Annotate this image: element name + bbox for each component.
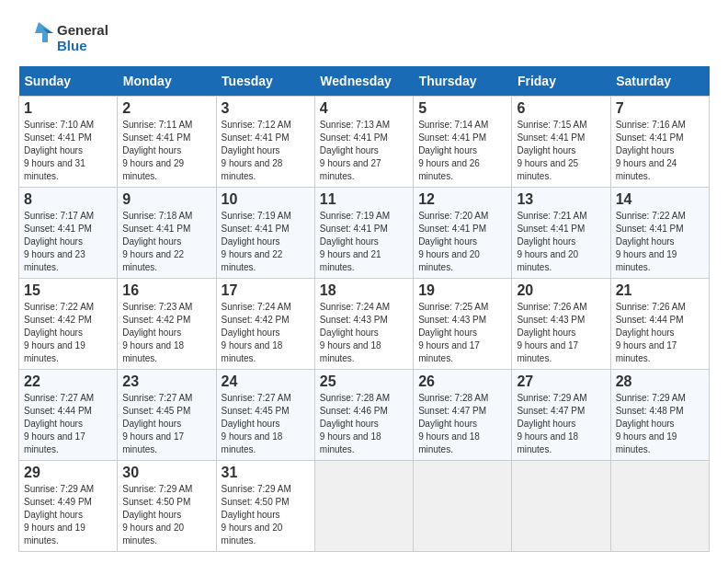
logo-container: General Blue: [18, 18, 108, 57]
day-info: Sunrise: 7:19 AM Sunset: 4:41 PM Dayligh…: [222, 210, 310, 274]
day-info: Sunrise: 7:11 AM Sunset: 4:41 PM Dayligh…: [122, 119, 210, 183]
day-info: Sunrise: 7:20 AM Sunset: 4:41 PM Dayligh…: [418, 210, 506, 274]
calendar-cell: 20 Sunrise: 7:26 AM Sunset: 4:43 PM Dayl…: [512, 279, 610, 370]
calendar-cell: 14 Sunrise: 7:22 AM Sunset: 4:41 PM Dayl…: [610, 188, 709, 279]
day-info: Sunrise: 7:28 AM Sunset: 4:46 PM Dayligh…: [320, 392, 408, 456]
day-info: Sunrise: 7:26 AM Sunset: 4:44 PM Dayligh…: [616, 301, 704, 365]
calendar-cell: 10 Sunrise: 7:19 AM Sunset: 4:41 PM Dayl…: [216, 188, 314, 279]
header-row: SundayMondayTuesdayWednesdayThursdayFrid…: [19, 66, 710, 97]
header-day: Saturday: [610, 66, 709, 97]
day-info: Sunrise: 7:23 AM Sunset: 4:42 PM Dayligh…: [122, 301, 210, 365]
day-info: Sunrise: 7:26 AM Sunset: 4:43 PM Dayligh…: [517, 301, 605, 365]
day-number: 27: [517, 373, 605, 390]
day-number: 17: [222, 282, 310, 299]
calendar-cell: [610, 461, 709, 552]
day-number: 8: [24, 191, 112, 208]
calendar-cell: [512, 461, 610, 552]
calendar-cell: 18 Sunrise: 7:24 AM Sunset: 4:43 PM Dayl…: [314, 279, 413, 370]
day-info: Sunrise: 7:18 AM Sunset: 4:41 PM Dayligh…: [122, 210, 210, 274]
header-day: Thursday: [414, 66, 512, 97]
calendar-cell: 28 Sunrise: 7:29 AM Sunset: 4:48 PM Dayl…: [610, 370, 709, 461]
calendar-cell: 31 Sunrise: 7:29 AM Sunset: 4:50 PM Dayl…: [216, 461, 314, 552]
logo-text-blue: Blue: [57, 38, 108, 53]
day-info: Sunrise: 7:29 AM Sunset: 4:50 PM Dayligh…: [122, 483, 210, 547]
day-number: 31: [222, 465, 310, 481]
calendar-cell: 12 Sunrise: 7:20 AM Sunset: 4:41 PM Dayl…: [414, 188, 512, 279]
day-number: 10: [222, 191, 310, 208]
day-number: 24: [222, 373, 310, 390]
day-number: 25: [320, 373, 408, 390]
header-day: Tuesday: [216, 66, 314, 97]
day-number: 28: [616, 373, 704, 390]
day-number: 29: [24, 465, 112, 481]
calendar-cell: 11 Sunrise: 7:19 AM Sunset: 4:41 PM Dayl…: [314, 188, 413, 279]
day-number: 4: [320, 100, 408, 117]
day-number: 21: [616, 282, 704, 299]
calendar-cell: 17 Sunrise: 7:24 AM Sunset: 4:42 PM Dayl…: [216, 279, 314, 370]
day-info: Sunrise: 7:24 AM Sunset: 4:42 PM Dayligh…: [222, 301, 310, 365]
day-info: Sunrise: 7:15 AM Sunset: 4:41 PM Dayligh…: [517, 119, 605, 183]
day-number: 18: [320, 282, 408, 299]
day-number: 1: [24, 100, 112, 117]
calendar-cell: 25 Sunrise: 7:28 AM Sunset: 4:46 PM Dayl…: [314, 370, 413, 461]
day-number: 9: [122, 191, 210, 208]
calendar-cell: 19 Sunrise: 7:25 AM Sunset: 4:43 PM Dayl…: [414, 279, 512, 370]
logo-text-general: General: [57, 22, 108, 38]
day-info: Sunrise: 7:12 AM Sunset: 4:41 PM Dayligh…: [222, 119, 310, 183]
page-header: General Blue: [18, 18, 710, 57]
calendar-cell: 5 Sunrise: 7:14 AM Sunset: 4:41 PM Dayli…: [414, 97, 512, 188]
logo-bird-icon: [18, 18, 55, 57]
calendar-cell: 16 Sunrise: 7:23 AM Sunset: 4:42 PM Dayl…: [118, 279, 216, 370]
calendar-cell: 22 Sunrise: 7:27 AM Sunset: 4:44 PM Dayl…: [19, 370, 118, 461]
day-number: 19: [418, 282, 506, 299]
day-info: Sunrise: 7:28 AM Sunset: 4:47 PM Dayligh…: [418, 392, 506, 456]
calendar-cell: 15 Sunrise: 7:22 AM Sunset: 4:42 PM Dayl…: [19, 279, 118, 370]
calendar-cell: 4 Sunrise: 7:13 AM Sunset: 4:41 PM Dayli…: [314, 97, 413, 188]
logo: General Blue: [18, 18, 108, 57]
day-number: 15: [24, 282, 112, 299]
calendar-cell: 3 Sunrise: 7:12 AM Sunset: 4:41 PM Dayli…: [216, 97, 314, 188]
calendar-cell: 29 Sunrise: 7:29 AM Sunset: 4:49 PM Dayl…: [19, 461, 118, 552]
calendar-cell: 1 Sunrise: 7:10 AM Sunset: 4:41 PM Dayli…: [19, 97, 118, 188]
day-info: Sunrise: 7:24 AM Sunset: 4:43 PM Dayligh…: [320, 301, 408, 365]
calendar-cell: 2 Sunrise: 7:11 AM Sunset: 4:41 PM Dayli…: [118, 97, 216, 188]
day-info: Sunrise: 7:27 AM Sunset: 4:45 PM Dayligh…: [222, 392, 310, 456]
day-info: Sunrise: 7:13 AM Sunset: 4:41 PM Dayligh…: [320, 119, 408, 183]
day-number: 5: [418, 100, 506, 117]
day-info: Sunrise: 7:27 AM Sunset: 4:45 PM Dayligh…: [122, 392, 210, 456]
day-info: Sunrise: 7:29 AM Sunset: 4:47 PM Dayligh…: [517, 392, 605, 456]
day-number: 26: [418, 373, 506, 390]
day-info: Sunrise: 7:10 AM Sunset: 4:41 PM Dayligh…: [24, 119, 112, 183]
calendar-cell: 9 Sunrise: 7:18 AM Sunset: 4:41 PM Dayli…: [118, 188, 216, 279]
day-number: 16: [122, 282, 210, 299]
calendar-week: 1 Sunrise: 7:10 AM Sunset: 4:41 PM Dayli…: [19, 97, 710, 188]
calendar-cell: 27 Sunrise: 7:29 AM Sunset: 4:47 PM Dayl…: [512, 370, 610, 461]
calendar-cell: 8 Sunrise: 7:17 AM Sunset: 4:41 PM Dayli…: [19, 188, 118, 279]
calendar-cell: 13 Sunrise: 7:21 AM Sunset: 4:41 PM Dayl…: [512, 188, 610, 279]
calendar-cell: 24 Sunrise: 7:27 AM Sunset: 4:45 PM Dayl…: [216, 370, 314, 461]
header-day: Monday: [118, 66, 216, 97]
calendar-cell: [414, 461, 512, 552]
day-info: Sunrise: 7:22 AM Sunset: 4:41 PM Dayligh…: [616, 210, 704, 274]
calendar-cell: 26 Sunrise: 7:28 AM Sunset: 4:47 PM Dayl…: [414, 370, 512, 461]
day-number: 2: [122, 100, 210, 117]
calendar-week: 8 Sunrise: 7:17 AM Sunset: 4:41 PM Dayli…: [19, 188, 710, 279]
day-info: Sunrise: 7:22 AM Sunset: 4:42 PM Dayligh…: [24, 301, 112, 365]
day-info: Sunrise: 7:16 AM Sunset: 4:41 PM Dayligh…: [616, 119, 704, 183]
calendar-cell: 7 Sunrise: 7:16 AM Sunset: 4:41 PM Dayli…: [610, 97, 709, 188]
calendar-week: 22 Sunrise: 7:27 AM Sunset: 4:44 PM Dayl…: [19, 370, 710, 461]
day-info: Sunrise: 7:27 AM Sunset: 4:44 PM Dayligh…: [24, 392, 112, 456]
day-number: 20: [517, 282, 605, 299]
day-info: Sunrise: 7:29 AM Sunset: 4:49 PM Dayligh…: [24, 483, 112, 547]
calendar-week: 15 Sunrise: 7:22 AM Sunset: 4:42 PM Dayl…: [19, 279, 710, 370]
day-number: 13: [517, 191, 605, 208]
day-info: Sunrise: 7:25 AM Sunset: 4:43 PM Dayligh…: [418, 301, 506, 365]
calendar-cell: [314, 461, 413, 552]
header-day: Sunday: [19, 66, 118, 97]
day-info: Sunrise: 7:19 AM Sunset: 4:41 PM Dayligh…: [320, 210, 408, 274]
day-info: Sunrise: 7:17 AM Sunset: 4:41 PM Dayligh…: [24, 210, 112, 274]
day-info: Sunrise: 7:29 AM Sunset: 4:50 PM Dayligh…: [222, 483, 310, 547]
header-day: Friday: [512, 66, 610, 97]
calendar-cell: 30 Sunrise: 7:29 AM Sunset: 4:50 PM Dayl…: [118, 461, 216, 552]
day-number: 6: [517, 100, 605, 117]
